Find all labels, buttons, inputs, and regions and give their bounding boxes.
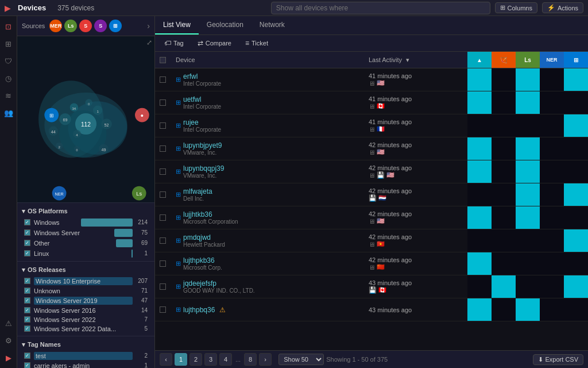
sidebar-people-icon[interactable]: 👥 bbox=[2, 106, 16, 120]
filter-checkbox-linux[interactable] bbox=[24, 250, 30, 256]
col-header-checkbox bbox=[155, 52, 171, 68]
row-device[interactable]: ⊞ pmdqjwd Hewlett Packard bbox=[171, 229, 364, 252]
row-tag-green bbox=[516, 298, 540, 321]
row-device[interactable]: ⊞ lujthpkb36 Microsoft Corp. bbox=[171, 252, 364, 275]
filter-checkbox-win10ent[interactable] bbox=[24, 278, 30, 284]
tag-names-header[interactable]: ▾ Tag Names bbox=[22, 339, 150, 351]
sidebar-devices-icon[interactable]: ⊡ bbox=[2, 20, 16, 33]
ticket-icon: ≡ bbox=[245, 39, 249, 47]
row-tag-blue bbox=[540, 68, 564, 91]
row-device[interactable]: ⊞ lupynbqqpj39 VMware, Inc. bbox=[171, 160, 364, 183]
row-checkbox[interactable] bbox=[155, 183, 171, 206]
row-tag-orange bbox=[492, 252, 516, 275]
row-checkbox[interactable] bbox=[155, 206, 171, 229]
row-checkbox[interactable] bbox=[155, 298, 171, 321]
filter-checkbox-winserver2019[interactable] bbox=[24, 297, 30, 304]
page-btn-2[interactable]: 2 bbox=[189, 353, 202, 366]
row-tag-green bbox=[516, 137, 540, 160]
filter-checkbox-winserver2016[interactable] bbox=[24, 307, 30, 313]
row-tag-green bbox=[516, 229, 540, 252]
tab-geolocation[interactable]: Geolocation bbox=[199, 16, 252, 34]
sidebar-grid-icon[interactable]: ⊞ bbox=[2, 37, 16, 51]
row-device[interactable]: ⊞ rujee Intel Corporate bbox=[171, 114, 364, 137]
source-badge-s3[interactable]: S bbox=[79, 20, 92, 32]
show-per-page-select[interactable]: Show 50 Show 25 Show 100 bbox=[278, 354, 324, 365]
sidebar-settings-icon[interactable]: ⚙ bbox=[2, 334, 16, 347]
compare-button[interactable]: ⇄ Compare bbox=[193, 37, 236, 49]
expand-icon[interactable]: ⤢ bbox=[146, 39, 152, 47]
row-activity: 42 minutes ago 🖥🇺🇸 bbox=[364, 206, 467, 229]
columns-icon: ⊞ bbox=[500, 4, 505, 12]
filter-checkbox-unknown[interactable] bbox=[24, 288, 30, 294]
svg-text:0: 0 bbox=[76, 148, 78, 152]
device-type-icon: ⊞ bbox=[176, 306, 181, 313]
row-device[interactable]: ⊞ uetfwl Intel Corporate bbox=[171, 91, 364, 114]
row-tag-blue bbox=[540, 160, 564, 183]
ticket-button[interactable]: ≡ Ticket bbox=[241, 37, 273, 49]
row-device[interactable]: ⊞ mlfwajeta Dell Inc. bbox=[171, 183, 364, 206]
row-device[interactable]: ⊞ erfwl Intel Corporate bbox=[171, 68, 364, 91]
os-releases-header[interactable]: ▾ OS Releases bbox=[22, 264, 150, 276]
filter-checkbox-test[interactable] bbox=[24, 352, 30, 359]
filter-checkbox-winserver2022data[interactable] bbox=[24, 325, 30, 332]
row-tag-orange bbox=[492, 114, 516, 137]
pagination: ‹ 1 2 3 4 ... 8 › Show 50 Show 25 Show 1… bbox=[155, 350, 588, 368]
sidebar-chart-icon[interactable]: ≋ bbox=[2, 89, 16, 102]
source-badge-win[interactable]: ⊞ bbox=[109, 20, 122, 32]
sort-icon: ▾ bbox=[406, 56, 409, 63]
col-header-device[interactable]: Device bbox=[171, 52, 364, 68]
tab-list-view[interactable]: List View bbox=[155, 16, 199, 34]
row-device[interactable]: ⊞ lujthpbq36 ⚠ bbox=[171, 298, 364, 321]
sidebar-alert-icon[interactable]: ⚠ bbox=[2, 316, 16, 330]
filter-checkbox-winserver2022[interactable] bbox=[24, 316, 30, 323]
source-badge-mer[interactable]: MER bbox=[49, 20, 62, 32]
filter-item-linux: Linux 1 bbox=[22, 248, 150, 259]
row-checkbox[interactable] bbox=[155, 91, 171, 114]
page-btn-8[interactable]: 8 bbox=[244, 353, 257, 366]
row-checkbox[interactable] bbox=[155, 252, 171, 275]
filter-item-test: test 2 bbox=[22, 351, 150, 361]
filter-checkbox-carrie[interactable] bbox=[24, 362, 30, 368]
row-activity: 43 minutes ago 💾🇨🇦 bbox=[364, 275, 467, 298]
svg-text:1: 1 bbox=[96, 109, 99, 113]
row-checkbox[interactable] bbox=[155, 229, 171, 252]
row-checkbox[interactable] bbox=[155, 275, 171, 298]
table-row: ⊞ uetfwl Intel Corporate 41 minutes ago … bbox=[155, 91, 588, 114]
os-platforms-section: ▾ OS Platforms Windows 214 Windows Serve… bbox=[17, 202, 154, 261]
row-device[interactable]: ⊞ jqdeejefsfp GOOD WAY IND. CO., LTD. bbox=[171, 275, 364, 298]
row-tag-win bbox=[564, 160, 588, 183]
source-badge-s4[interactable]: S bbox=[94, 20, 107, 32]
top-actions: ⊞ Columns ⚡ Actions bbox=[495, 2, 583, 13]
sidebar-shield-icon[interactable]: 🛡 bbox=[2, 54, 16, 68]
os-platforms-header[interactable]: ▾ OS Platforms bbox=[22, 205, 150, 217]
row-tag-win bbox=[564, 275, 588, 298]
tab-network[interactable]: Network bbox=[252, 16, 293, 34]
columns-button[interactable]: ⊞ Columns bbox=[495, 2, 537, 13]
filter-checkbox-windows[interactable] bbox=[24, 219, 30, 225]
sidebar-clock-icon[interactable]: ◷ bbox=[2, 71, 16, 85]
actions-button[interactable]: ⚡ Actions bbox=[542, 2, 583, 13]
page-prev-btn[interactable]: ‹ bbox=[160, 353, 172, 366]
source-badge-ls[interactable]: Ls bbox=[64, 20, 77, 32]
tag-button[interactable]: 🏷 Tag bbox=[160, 37, 188, 49]
page-btn-4[interactable]: 4 bbox=[219, 353, 232, 366]
page-next-btn[interactable]: › bbox=[259, 353, 272, 366]
row-checkbox[interactable] bbox=[155, 160, 171, 183]
export-csv-button[interactable]: ⬇ Export CSV bbox=[533, 354, 583, 365]
page-btn-3[interactable]: 3 bbox=[204, 353, 217, 366]
filter-checkbox-winserver[interactable] bbox=[24, 229, 30, 236]
row-device[interactable]: ⊞ lupynbjpyet9 VMware, Inc. bbox=[171, 137, 364, 160]
filter-checkbox-other[interactable] bbox=[24, 240, 30, 246]
row-checkbox[interactable] bbox=[155, 137, 171, 160]
row-checkbox[interactable] bbox=[155, 68, 171, 91]
row-tag-green bbox=[516, 114, 540, 137]
sources-more-icon[interactable]: › bbox=[147, 21, 150, 30]
row-tag-orange bbox=[492, 183, 516, 206]
row-tag-orange bbox=[492, 206, 516, 229]
page-btn-1[interactable]: 1 bbox=[175, 353, 187, 366]
search-input[interactable] bbox=[271, 2, 490, 14]
col-header-orange: 🏹 bbox=[492, 52, 516, 68]
col-header-activity[interactable]: Last Activity ▾ bbox=[364, 52, 467, 68]
row-device[interactable]: ⊞ lujjhtkb36 Microsoft Corporation bbox=[171, 206, 364, 229]
row-checkbox[interactable] bbox=[155, 114, 171, 137]
